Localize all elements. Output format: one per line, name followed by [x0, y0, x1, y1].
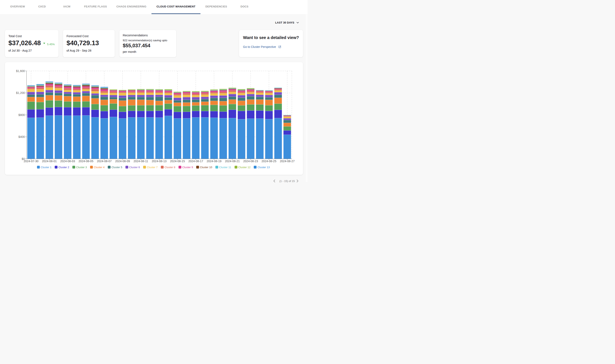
svg-text:2024-08-03: 2024-08-03 — [60, 159, 75, 163]
svg-text:2024-08-11: 2024-08-11 — [134, 159, 148, 163]
svg-text:Cluster 11: Cluster 11 — [219, 166, 231, 169]
svg-text:Cluster 4: Cluster 4 — [94, 166, 105, 169]
svg-text:Cluster 3: Cluster 3 — [76, 166, 87, 169]
svg-text:2024-08-05: 2024-08-05 — [79, 159, 93, 163]
svg-text:2024-08-09: 2024-08-09 — [115, 159, 130, 163]
svg-text:2024-08-15: 2024-08-15 — [170, 159, 185, 163]
svg-text:2024-08-19: 2024-08-19 — [207, 159, 222, 163]
svg-text:2024-08-13: 2024-08-13 — [152, 159, 167, 163]
svg-text:2024-08-27: 2024-08-27 — [280, 159, 295, 163]
svg-text:Cluster 13: Cluster 13 — [257, 166, 270, 169]
svg-text:2024-08-23: 2024-08-23 — [243, 159, 258, 163]
svg-text:$1,200: $1,200 — [16, 91, 25, 94]
svg-text:Cluster 7: Cluster 7 — [147, 166, 157, 169]
svg-text:2024-08-25: 2024-08-25 — [261, 159, 276, 163]
svg-text:2024-08-21: 2024-08-21 — [225, 159, 240, 163]
svg-text:$800: $800 — [18, 113, 25, 117]
svg-text:Cluster 9: Cluster 9 — [182, 166, 193, 169]
svg-text:Cluster 1: Cluster 1 — [41, 166, 52, 169]
svg-text:2024-07-30: 2024-07-30 — [24, 159, 38, 163]
svg-text:Cluster 5: Cluster 5 — [112, 166, 122, 169]
svg-text:Cluster 8: Cluster 8 — [165, 166, 175, 169]
svg-text:Cluster 10: Cluster 10 — [200, 166, 212, 169]
svg-text:Cluster 6: Cluster 6 — [129, 166, 140, 169]
svg-text:Cluster 2: Cluster 2 — [58, 166, 69, 169]
svg-text:$400: $400 — [18, 135, 25, 138]
svg-text:$1,600: $1,600 — [16, 69, 25, 73]
svg-text:2024-08-07: 2024-08-07 — [97, 159, 112, 163]
svg-text:2024-08-01: 2024-08-01 — [42, 159, 57, 163]
svg-text:Cluster 12: Cluster 12 — [238, 166, 251, 169]
svg-text:2024-08-17: 2024-08-17 — [188, 159, 203, 163]
